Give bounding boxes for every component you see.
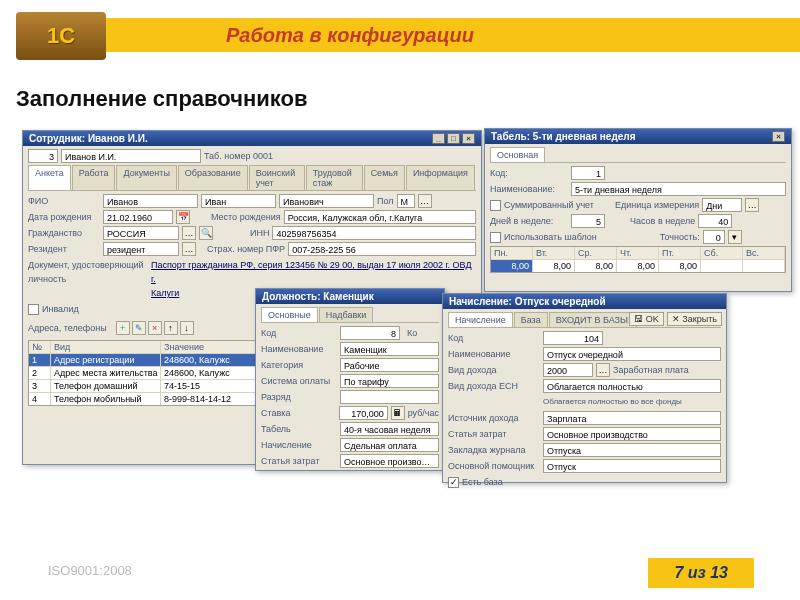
minimize-icon[interactable]: _ (432, 133, 445, 144)
field-pay[interactable]: По тарифу (340, 374, 439, 388)
field-helper[interactable]: Отпуск (543, 459, 721, 473)
field-dob[interactable]: 21.02.1960 (103, 210, 173, 224)
add-row-icon[interactable]: + (116, 321, 130, 335)
field-days[interactable]: 5 (571, 214, 605, 228)
label-cost: Статья затрат (448, 427, 540, 441)
tab-base[interactable]: База (514, 312, 548, 327)
dropdown-icon[interactable]: … (182, 242, 196, 256)
tab-main[interactable]: Основная (490, 147, 545, 162)
label-cat: Категория (261, 358, 337, 372)
page-counter: 7 из 13 (648, 558, 754, 588)
tab-main[interactable]: Основные (261, 307, 318, 322)
ok-button[interactable]: 🖫 OK (629, 312, 664, 326)
close-icon[interactable]: × (772, 131, 785, 142)
delete-row-icon[interactable]: × (148, 321, 162, 335)
field-pfr[interactable]: 007-258-225 56 (288, 242, 476, 256)
field-journal[interactable]: Отпуска (543, 443, 721, 457)
lookup-icon[interactable]: … (182, 226, 196, 240)
name-field[interactable]: Иванов И.И. (61, 149, 201, 163)
field-cost[interactable]: Основное производство (543, 427, 721, 441)
field-grade[interactable] (340, 390, 439, 404)
field-esn[interactable]: Облагается полностью (543, 379, 721, 393)
employee-tabs: Анкета Работа Документы Образование Воин… (28, 165, 476, 191)
lookup-icon[interactable]: … (596, 363, 610, 377)
banner-stripe: Работа в конфигурации (106, 18, 800, 52)
field-resident[interactable]: резидент (103, 242, 179, 256)
dropdown-icon[interactable]: … (418, 194, 432, 208)
field-tabel[interactable]: 40-я часовая неделя (340, 422, 439, 436)
field-name[interactable]: Отпуск очередной (543, 347, 721, 361)
label-rate: Ставка (261, 406, 336, 420)
label-tabno: Таб. номер 0001 (204, 149, 273, 163)
field-rate[interactable]: 170,000 (339, 406, 388, 420)
tab-military[interactable]: Воинский учет (249, 165, 305, 190)
field-inn[interactable]: 402598756354 (272, 226, 476, 240)
checkbox-template[interactable] (490, 232, 501, 243)
calendar-icon[interactable]: 📅 (176, 210, 190, 224)
field-firstname[interactable]: Иван (201, 194, 276, 208)
up-icon[interactable]: ↑ (164, 321, 178, 335)
field-name[interactable]: 5-ти дневная неделя (571, 182, 786, 196)
maximize-icon[interactable]: □ (447, 133, 460, 144)
window-calculation: Начисление: Отпуск очередной Начисление … (442, 293, 727, 483)
field-src[interactable]: Зарплата (543, 411, 721, 425)
titlebar-employee[interactable]: Сотрудник: Иванов И.И. _ □ × (23, 131, 481, 146)
label-src: Источник дохода (448, 411, 540, 425)
week-grid: Пн. Вт. Ср. Чт. Пт. Сб. Вс. 8,00 8,00 8,… (490, 246, 786, 273)
label-unit: Единица измерения (615, 198, 699, 212)
code-field[interactable]: 3 (28, 149, 58, 163)
down-icon[interactable]: ↓ (180, 321, 194, 335)
titlebar-tabel[interactable]: Табель: 5-ти дневная неделя × (485, 129, 791, 144)
field-hours[interactable]: 40 (698, 214, 732, 228)
tab-education[interactable]: Образование (178, 165, 248, 190)
spinner-icon[interactable]: ▾ (728, 230, 742, 244)
label-tpl: Использовать шаблон (504, 230, 597, 244)
field-middlename[interactable]: Иванович (279, 194, 374, 208)
field-code[interactable]: 1 (571, 166, 605, 180)
tab-rabota[interactable]: Работа (72, 165, 116, 190)
doc-link[interactable]: Паспорт гражданина РФ, серия 123456 № 29… (151, 258, 476, 286)
checkbox-invalid[interactable] (28, 304, 39, 315)
field-cat[interactable]: Рабочие (340, 358, 439, 372)
label-citizenship: Гражданство (28, 226, 100, 240)
label-name: Наименование (261, 342, 337, 356)
tab-anketa[interactable]: Анкета (28, 165, 71, 190)
field-pol[interactable]: М (397, 194, 415, 208)
field-accr[interactable]: Сдельная оплата (340, 438, 439, 452)
label-resident: Резидент (28, 242, 100, 256)
tab-family[interactable]: Семья (364, 165, 405, 190)
titlebar-calc[interactable]: Начисление: Отпуск очередной (443, 294, 726, 309)
esn-note: Облагается полностью во все фонды (543, 395, 682, 409)
field-citizenship[interactable]: РОССИЯ (103, 226, 179, 240)
table-row[interactable]: 8,00 8,00 8,00 8,00 8,00 (491, 260, 785, 272)
field-income[interactable]: 2000 (543, 363, 593, 377)
search-icon[interactable]: 🔍 (199, 226, 213, 240)
label-accr: Начисление (261, 438, 337, 452)
checkbox-hasbase[interactable]: ✓ (448, 477, 459, 488)
tab-calc[interactable]: Начисление (448, 312, 513, 327)
tab-bonus[interactable]: Надбавки (319, 307, 373, 322)
label-code: Код: (490, 166, 568, 180)
field-name[interactable]: Каменщик (340, 342, 439, 356)
titlebar-position[interactable]: Должность: Каменщик (256, 289, 444, 304)
label-summ: Суммированный учет (504, 198, 594, 212)
field-lastname[interactable]: Иванов (103, 194, 198, 208)
label-precision: Точность: (660, 230, 700, 244)
checkbox-summarized[interactable] (490, 200, 501, 211)
edit-row-icon[interactable]: ✎ (132, 321, 146, 335)
tab-documents[interactable]: Документы (116, 165, 176, 190)
field-cost[interactable]: Основное производство (340, 454, 439, 468)
close-button[interactable]: ✕ Закрыть (667, 312, 722, 326)
dropdown-icon[interactable]: … (745, 198, 759, 212)
field-unit[interactable]: Дни (702, 198, 742, 212)
field-code[interactable]: 104 (543, 331, 603, 345)
tab-info[interactable]: Информация (406, 165, 475, 190)
tab-experience[interactable]: Трудовой стаж (306, 165, 363, 190)
label-birthplace: Место рождения (211, 210, 281, 224)
close-icon[interactable]: × (462, 133, 475, 144)
field-birthplace[interactable]: Россия, Калужская обл, г.Калуга (284, 210, 476, 224)
calc-icon[interactable]: 🖩 (391, 406, 405, 420)
field-precision[interactable]: 0 (703, 230, 725, 244)
tab-inbases[interactable]: ВХОДИТ В БАЗЫ: (549, 312, 638, 327)
field-code[interactable]: 8 (340, 326, 400, 340)
